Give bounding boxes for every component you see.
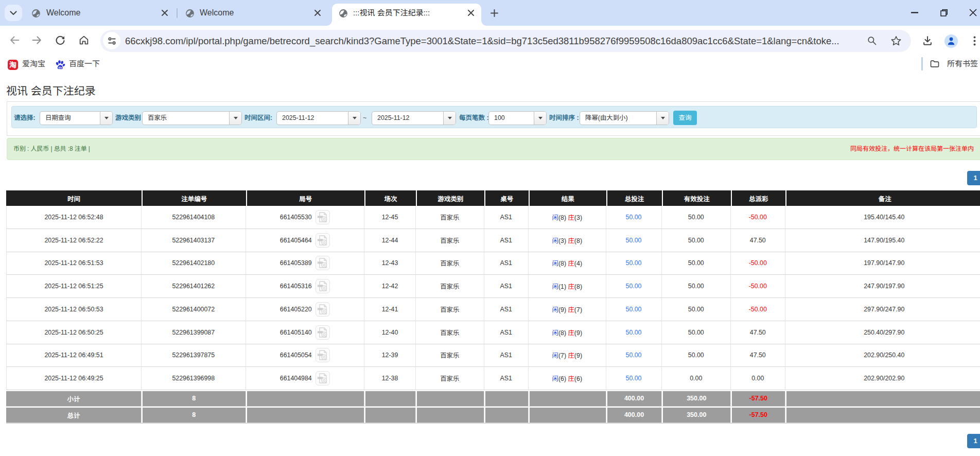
svg-text:du: du bbox=[58, 65, 62, 69]
